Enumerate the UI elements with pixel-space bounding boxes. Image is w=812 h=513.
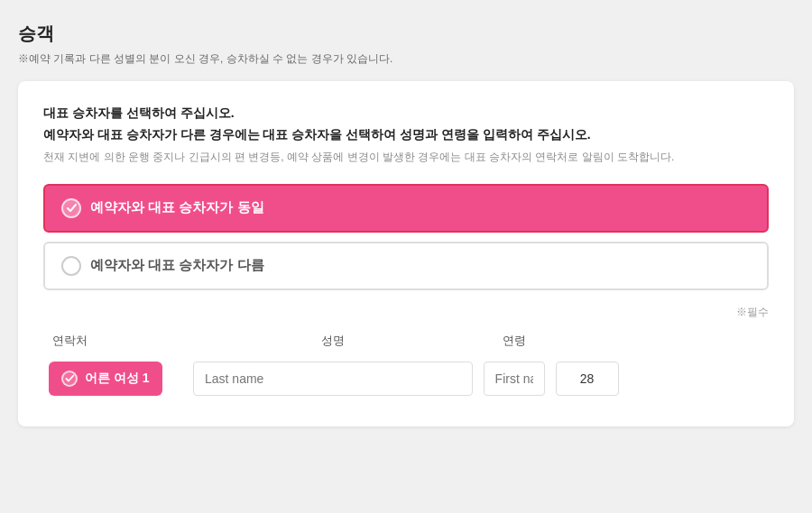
header-age: 연령 — [478, 325, 550, 356]
age-input[interactable] — [556, 362, 619, 396]
option-different-label: 예약자와 대표 승차자가 다름 — [90, 257, 264, 274]
page-title: 승객 — [18, 22, 794, 46]
passenger-table: 연락처 성명 연령 어른 여성 1 — [43, 325, 769, 401]
check-icon-different — [61, 256, 81, 276]
passenger-label-button[interactable]: 어른 여성 1 — [49, 362, 162, 396]
last-name-input[interactable] — [193, 362, 473, 396]
first-name-cell — [478, 356, 550, 401]
check-icon-same — [61, 198, 81, 218]
page-notice: ※예약 기록과 다른 성별의 분이 오신 경우, 승차하실 수 없는 경우가 있… — [18, 51, 794, 67]
card-description: 대표 승차자를 선택하여 주십시오. 예약자와 대표 승차자가 다른 경우에는 … — [43, 103, 769, 166]
desc-line2: 예약자와 대표 승차자가 다른 경우에는 대표 승차자을 선택하여 성명과 연령… — [43, 124, 769, 146]
last-name-cell — [188, 356, 478, 401]
desc-line1: 대표 승차자를 선택하여 주십시오. — [43, 103, 769, 124]
main-card: 대표 승차자를 선택하여 주십시오. 예약자와 대표 승차자가 다른 경우에는 … — [18, 81, 794, 426]
table-row: 어른 여성 1 — [43, 356, 769, 401]
desc-line3: 천재 지변에 의한 운행 중지나 긴급시의 편 변경등, 예약 상품에 변경이 … — [43, 148, 769, 166]
option-different-button[interactable]: 예약자와 대표 승차자가 다름 — [43, 242, 769, 290]
header-contact: 연락처 — [43, 325, 188, 356]
passenger-label-cell: 어른 여성 1 — [43, 356, 188, 401]
passenger-check-circle — [61, 371, 78, 387]
option-same-button[interactable]: 예약자와 대표 승차자가 동일 — [43, 184, 769, 233]
header-name: 성명 — [188, 325, 478, 356]
passenger-label-text: 어른 여성 1 — [85, 371, 150, 387]
required-note: ※필수 — [43, 305, 769, 320]
option-same-label: 예약자와 대표 승차자가 동일 — [90, 199, 264, 216]
first-name-input[interactable] — [484, 362, 545, 396]
age-cell — [550, 356, 769, 401]
